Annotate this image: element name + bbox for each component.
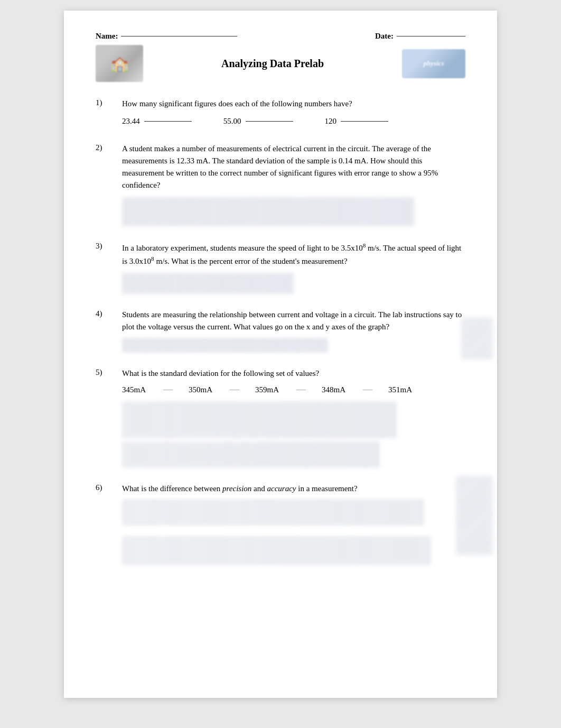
sigfig-line-3 bbox=[341, 121, 388, 122]
logo-left: 🏫 bbox=[96, 45, 143, 82]
q6-italic1: precision bbox=[222, 484, 251, 493]
name-field: Name: bbox=[96, 32, 237, 41]
q1-body: How many significant figures does each o… bbox=[122, 98, 465, 128]
q3-body: In a laboratory experiment, students mea… bbox=[122, 241, 465, 294]
date-field: Date: bbox=[375, 32, 465, 41]
q6-italic2: accuracy bbox=[267, 484, 296, 493]
q3-text-before: In a laboratory experiment, students mea… bbox=[122, 244, 363, 252]
val-spacer-1 bbox=[163, 390, 173, 390]
val-3: 359mA bbox=[255, 384, 279, 396]
question-1: 1) How many significant figures does eac… bbox=[96, 98, 465, 128]
name-label: Name: bbox=[96, 32, 118, 41]
q1-number: 1) bbox=[96, 98, 122, 107]
logo-title-row: 🏫 Analyzing Data Prelab physics bbox=[96, 45, 465, 82]
q6-text-before: What is the difference between bbox=[122, 484, 222, 493]
q2-body: A student makes a number of measurements… bbox=[122, 143, 465, 226]
q2-text: A student makes a number of measurements… bbox=[122, 143, 465, 192]
q5-answer-blurred bbox=[122, 401, 397, 438]
q6-answer2-blurred bbox=[122, 536, 431, 565]
date-line bbox=[397, 36, 465, 36]
sig-fig-item-2: 55.00 bbox=[223, 115, 293, 127]
q3-number: 3) bbox=[96, 241, 122, 251]
q6-text-after: in a measurement? bbox=[296, 484, 357, 493]
page-title: Analyzing Data Prelab bbox=[143, 58, 402, 70]
sigfig-line-1 bbox=[144, 121, 192, 122]
q6-answer1-blurred bbox=[122, 499, 424, 526]
page: Name: Date: 🏫 Analyzing Data Prelab phys… bbox=[64, 11, 497, 698]
q3-text-after: m/s. What is the percent error of the st… bbox=[154, 257, 348, 265]
sigfig-line-2 bbox=[246, 121, 293, 122]
date-label: Date: bbox=[375, 32, 394, 41]
sig-fig-item-1: 23.44 bbox=[122, 115, 192, 127]
q3-answer-blurred bbox=[122, 273, 294, 294]
title-center: Analyzing Data Prelab bbox=[143, 58, 402, 70]
name-line bbox=[121, 36, 237, 36]
q4-text: Students are measuring the relationship … bbox=[122, 309, 465, 334]
values-row: 345mA 350mA 359mA 348mA 351mA bbox=[122, 384, 465, 396]
question-6: 6) What is the difference between precis… bbox=[96, 483, 465, 565]
sigfig-val-2: 55.00 bbox=[223, 115, 241, 127]
q4-body: Students are measuring the relationship … bbox=[122, 309, 465, 353]
q3-text: In a laboratory experiment, students mea… bbox=[122, 241, 465, 268]
side-annotation-q5 bbox=[456, 476, 493, 555]
q5-text: What is the standard deviation for the f… bbox=[122, 367, 465, 380]
val-4: 348mA bbox=[322, 384, 345, 396]
question-5: 5) What is the standard deviation for th… bbox=[96, 367, 465, 468]
question-3: 3) In a laboratory experiment, students … bbox=[96, 241, 465, 294]
sigfig-val-3: 120 bbox=[325, 115, 337, 127]
q6-text-mid: and bbox=[251, 484, 267, 493]
header-row: Name: Date: bbox=[96, 32, 465, 41]
val-spacer-4 bbox=[363, 390, 372, 390]
q6-body: What is the difference between precision… bbox=[122, 483, 465, 565]
q6-text: What is the difference between precision… bbox=[122, 483, 465, 495]
question-4: 4) Students are measuring the relationsh… bbox=[96, 309, 465, 353]
q5-number: 5) bbox=[96, 367, 122, 377]
logo-right: physics bbox=[402, 49, 465, 78]
questions: 1) How many significant figures does eac… bbox=[96, 98, 465, 565]
sig-fig-row: 23.44 55.00 120 bbox=[122, 115, 465, 127]
sig-fig-item-3: 120 bbox=[325, 115, 389, 127]
q4-number: 4) bbox=[96, 309, 122, 318]
val-spacer-2 bbox=[230, 390, 239, 390]
q6-number: 6) bbox=[96, 483, 122, 492]
val-spacer-3 bbox=[296, 390, 306, 390]
q4-answer-blurred bbox=[122, 338, 328, 353]
sigfig-val-1: 23.44 bbox=[122, 115, 140, 127]
q2-answer-blurred bbox=[122, 197, 414, 226]
side-annotation-q3 bbox=[461, 317, 493, 360]
val-2: 350mA bbox=[189, 384, 212, 396]
q5-answer-blurred-2 bbox=[122, 441, 380, 468]
val-5: 351mA bbox=[388, 384, 412, 396]
q2-number: 2) bbox=[96, 143, 122, 152]
q1-text: How many significant figures does each o… bbox=[122, 98, 465, 110]
val-1: 345mA bbox=[122, 384, 146, 396]
q5-body: What is the standard deviation for the f… bbox=[122, 367, 465, 468]
question-2: 2) A student makes a number of measureme… bbox=[96, 143, 465, 226]
